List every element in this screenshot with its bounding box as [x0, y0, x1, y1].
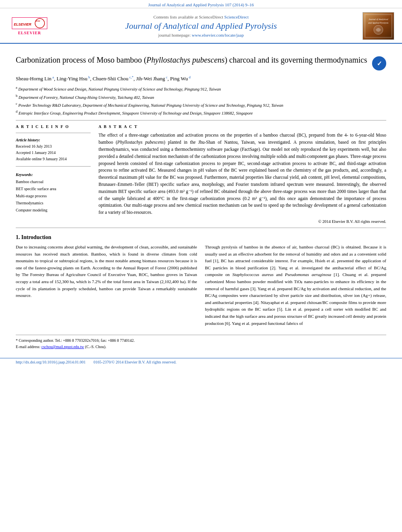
- paper-content: Carbonization process of Moso bamboo (Ph…: [0, 44, 402, 358]
- article-history-label: Article history:: [16, 137, 91, 143]
- abstract-heading: A B S T R A C T: [99, 124, 386, 129]
- author-jih: Jih-Wei Jhang: [136, 76, 165, 82]
- article-info-abstract: A R T I C L E I N F O Article history: R…: [16, 124, 386, 224]
- crossmark-logo: ✓: [372, 56, 386, 70]
- kw-multistage: Multi-stage process: [16, 193, 91, 200]
- svg-point-8: [374, 25, 383, 34]
- article-title: Carbonization process of Moso bamboo (Ph…: [16, 55, 368, 65]
- bottom-bar: http://dx.doi.org/10.1016/j.jaap.2014.01…: [0, 358, 402, 366]
- intro-right-col: Through pyrolysis of bamboo in the absen…: [205, 244, 386, 327]
- received-date: Received 16 July 2013: [16, 143, 91, 150]
- svg-rect-5: [365, 14, 392, 38]
- title-part2: ) charcoal and its governing thermodynam…: [225, 56, 367, 64]
- affiliation-c: c Powder Technology R&D Laboratory, Depa…: [16, 101, 386, 108]
- title-italic: Phyllostachys pubescens: [147, 56, 225, 64]
- article-title-section: Carbonization process of Moso bamboo (Ph…: [16, 55, 386, 70]
- homepage-link[interactable]: www.elsevier.com/locate/jaap: [192, 33, 244, 37]
- author-ping: Ping Wu: [170, 76, 188, 82]
- affiliation-d: d Entropic Interface Group, Engineering …: [16, 109, 386, 116]
- affiliation-b: b Department of Forestry, National Chung…: [16, 93, 386, 100]
- divider-2: [16, 228, 386, 228]
- email-footnote: E-mail address: cschou@mail.npust.edu.tw…: [16, 344, 386, 350]
- introduction-section: 1. Introduction Due to increasing concer…: [16, 234, 386, 327]
- journal-cover-image: Journal of Analytical and Applied Pyroly…: [363, 12, 394, 40]
- right-column: A B S T R A C T The effect of a three-st…: [99, 124, 386, 224]
- doi-link[interactable]: http://dx.doi.org/10.1016/j.jaap.2014.01…: [16, 360, 86, 364]
- svg-text:ELSEVIER: ELSEVIER: [14, 22, 32, 26]
- svg-text:and Applied Pyrolysis: and Applied Pyrolysis: [368, 22, 389, 24]
- svg-text:Journal of Analytical: Journal of Analytical: [368, 18, 388, 20]
- journal-header: ELSEVIER tree ELSEVIER Contents lists av…: [0, 8, 402, 44]
- header-center: Contents lists available at ScienceDirec…: [51, 15, 351, 37]
- title-part1: Carbonization process of Moso bamboo (: [16, 56, 147, 64]
- sup-c2: c: [165, 75, 168, 79]
- divider-1: [16, 120, 386, 120]
- intro-left-text: Due to increasing concerns about global …: [16, 244, 197, 299]
- journal-homepage: journal homepage: www.elsevier.com/locat…: [51, 33, 351, 37]
- header-left: ELSEVIER tree ELSEVIER: [8, 17, 51, 35]
- footnote-area: * Corresponding author. Tel.: +886 8 770…: [16, 335, 386, 350]
- intro-heading: 1. Introduction: [16, 234, 386, 241]
- header-right: Journal of Analytical and Applied Pyroly…: [351, 12, 394, 40]
- author-ling: Ling-Ying Hsu: [56, 76, 87, 82]
- keywords-label: Keywords:: [16, 171, 91, 178]
- journal-title: Journal of Analytical and Applied Pyroly…: [51, 21, 351, 31]
- intro-two-col: Due to increasing concerns about global …: [16, 244, 386, 327]
- email-person: (C.-S. Chou).: [85, 345, 106, 349]
- article-info-block: Article history: Received 16 July 2013 A…: [16, 137, 91, 162]
- kw-bamboo-charcoal: Bamboo charcoal: [16, 178, 91, 185]
- email-label: E-mail address:: [16, 345, 40, 349]
- affiliation-a: a Department of Wood Science and Design,…: [16, 85, 386, 92]
- article-info-heading: A R T I C L E I N F O: [16, 124, 91, 129]
- top-bar: Journal of Analytical and Applied Pyroly…: [0, 0, 402, 8]
- divider-info: [16, 133, 91, 133]
- sciencedirect-text: Contents lists available at ScienceDirec…: [51, 15, 351, 19]
- available-date: Available online 9 January 2014: [16, 156, 91, 162]
- copyright-line: © 2014 Elsevier B.V. All rights reserved…: [99, 219, 386, 224]
- keywords-block: Keywords: Bamboo charcoal BET specific s…: [16, 171, 91, 214]
- corresponding-footnote: * Corresponding author. Tel.: +886 8 770…: [16, 337, 386, 344]
- kw-bet: BET specific surface area: [16, 185, 91, 193]
- divider-kw: [16, 166, 91, 167]
- sciencedirect-link[interactable]: ScienceDirect: [224, 15, 249, 19]
- abstract-text: The effect of a three-stage carbonizatio…: [99, 132, 386, 216]
- intro-left-col: Due to increasing concerns about global …: [16, 244, 197, 327]
- issn-text: 0165-2370/© 2014 Elsevier B.V. All right…: [93, 360, 176, 364]
- sup-b: b: [87, 75, 90, 79]
- elsevier-text: ELSEVIER: [18, 31, 41, 35]
- sup-d: d: [188, 75, 191, 79]
- email-link[interactable]: cschou@mail.npust.edu.tw: [41, 345, 84, 349]
- authors-line: Sheau-Horng Lin a, Ling-Ying Hsu b, Chue…: [16, 75, 386, 82]
- accepted-date: Accepted 1 January 2014: [16, 150, 91, 156]
- affiliations-block: a Department of Wood Science and Design,…: [16, 85, 386, 116]
- author-sheau: Sheau-Horng Lin: [16, 76, 52, 82]
- svg-rect-4: [363, 13, 394, 39]
- homepage-label: journal homepage:: [158, 33, 191, 37]
- author-chuen: Chuen-Shii Chou: [93, 76, 128, 82]
- kw-computer: Computer modeling: [16, 207, 91, 214]
- journal-info-text: Journal of Analytical and Applied Pyroly…: [148, 2, 254, 7]
- kw-thermodynamics: Thermodynamics: [16, 200, 91, 207]
- elsevier-logo: ELSEVIER tree: [12, 17, 47, 29]
- svg-text:tree: tree: [36, 19, 40, 22]
- sup-c: c,*: [128, 75, 134, 79]
- intro-right-text: Through pyrolysis of bamboo in the absen…: [205, 244, 386, 327]
- left-column: A R T I C L E I N F O Article history: R…: [16, 124, 91, 224]
- sup-a: a: [52, 75, 54, 79]
- sciencedirect-label: Contents lists available at ScienceDirec…: [153, 15, 223, 19]
